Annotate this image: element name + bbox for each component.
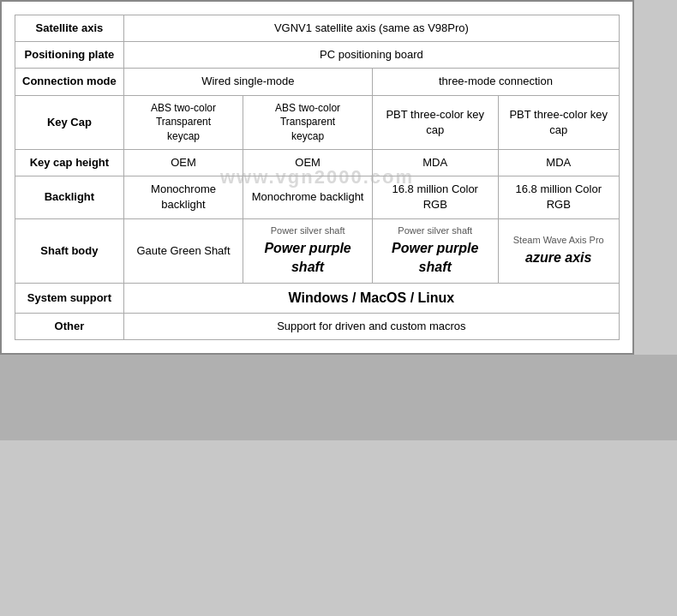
row-label: Other (15, 314, 124, 340)
table-cell: Monochrome backlight (243, 176, 373, 218)
table-cell: PC positioning board (123, 42, 619, 69)
table-cell: Power silver shaft Power purple shaft (372, 218, 498, 283)
steam-wave-text: Steam Wave Axis Pro (506, 234, 612, 247)
row-label: Shaft body (15, 218, 124, 283)
table-row: System support Windows / MacOS / Linux (15, 283, 620, 313)
table-row: Satellite axis VGNV1 satellite axis (sam… (15, 15, 620, 42)
row-label: System support (15, 283, 124, 313)
table-cell: Support for driven and custom macros (123, 314, 619, 340)
table-cell: ABS two-colorTransparentkeycap (123, 95, 243, 149)
shaft-small-text: Power silver shaft (380, 224, 491, 237)
table-cell: three-mode connection (372, 69, 619, 95)
outer-container: Satellite axis VGNV1 satellite axis (sam… (0, 0, 677, 616)
table-row: Shaft body Gaute Green Shaft Power silve… (15, 218, 620, 283)
table-row: Connection mode Wired single-mode three-… (15, 69, 620, 95)
bottom-spacer (0, 355, 677, 440)
table-cell: Power silver shaft Power purple shaft (243, 218, 373, 283)
spec-card: Satellite axis VGNV1 satellite axis (sam… (0, 0, 634, 355)
table-cell: PBT three-color key cap (372, 95, 498, 149)
shaft-large-text: Power purple shaft (264, 241, 350, 274)
row-label: Key Cap (15, 95, 124, 149)
table-row: Other Support for driven and custom macr… (15, 314, 620, 340)
table-cell: 16.8 million Color RGB (372, 176, 498, 218)
table-cell: PBT three-color key cap (498, 95, 619, 149)
table-cell: MDA (372, 149, 498, 176)
table-row: Key cap height OEM OEM MDA MDA (15, 149, 620, 176)
shaft-large-text: Power purple shaft (392, 241, 478, 274)
table-cell: VGNV1 satellite axis (same as V98Pro) (123, 15, 619, 42)
table-cell: Monochrome backlight (123, 176, 243, 218)
row-label: Key cap height (15, 149, 124, 176)
table-cell: Windows / MacOS / Linux (123, 283, 619, 313)
table-cell: OEM (123, 149, 243, 176)
table-cell: MDA (498, 149, 619, 176)
table-cell: Gaute Green Shaft (123, 218, 243, 283)
table-row: Positioning plate PC positioning board (15, 42, 620, 69)
table-cell: ABS two-colorTransparentkeycap (243, 95, 373, 149)
shaft-small-text: Power silver shaft (250, 224, 365, 237)
azure-axis-text: azure axis (525, 250, 591, 265)
row-label: Backlight (15, 176, 124, 218)
table-cell: Steam Wave Axis Pro azure axis (498, 218, 619, 283)
row-label: Positioning plate (15, 42, 124, 69)
table-cell: Wired single-mode (123, 69, 372, 95)
row-label: Connection mode (15, 69, 124, 95)
row-label: Satellite axis (15, 15, 124, 42)
table-row: Key Cap ABS two-colorTransparentkeycap A… (15, 95, 620, 149)
table-row: Backlight Monochrome backlight Monochrom… (15, 176, 620, 218)
table-cell: OEM (243, 149, 373, 176)
spec-table: Satellite axis VGNV1 satellite axis (sam… (15, 15, 620, 340)
table-cell: 16.8 million Color RGB (498, 176, 619, 218)
